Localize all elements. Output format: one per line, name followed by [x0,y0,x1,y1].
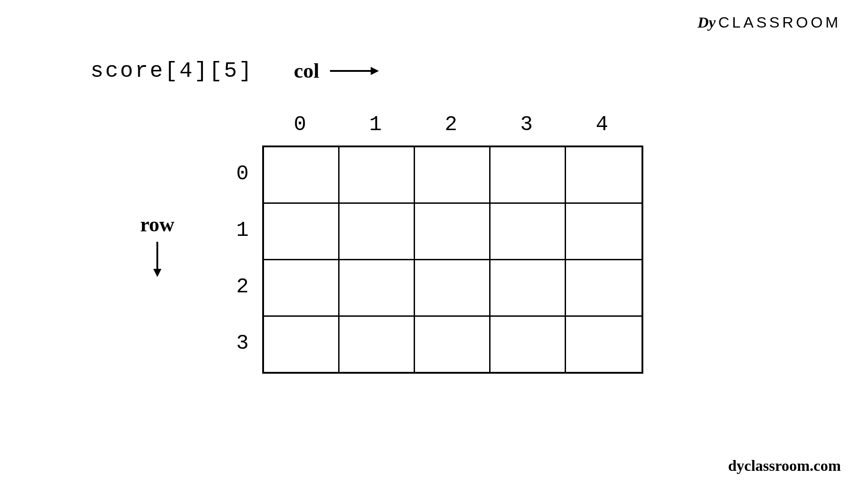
cell [491,204,566,259]
cell [566,147,642,202]
col-header: 2 [413,113,489,145]
row-label-text: row [140,212,175,236]
arrow-down-icon [151,241,164,277]
col-header: 3 [489,113,564,145]
grid-row [264,204,642,260]
grid-row [264,317,642,372]
grid-body: 0 1 2 3 [226,145,643,374]
logo-icon: Dy [698,14,716,31]
cell [340,147,415,202]
cell [415,147,491,202]
cell [491,317,566,372]
brand-logo: Dy CLASSROOM [698,14,841,31]
cell [491,260,566,315]
array-declaration: score[4][5] [90,59,254,83]
svg-marker-3 [153,269,161,277]
cell [415,260,491,315]
grid-cells [262,145,643,374]
row-header: 1 [226,202,262,258]
cell [264,317,340,372]
array-grid: 0 1 2 3 4 0 1 2 3 [226,113,643,374]
cell [340,317,415,372]
row-header: 0 [226,145,262,202]
cell [264,147,340,202]
cell [340,260,415,315]
col-header: 0 [262,113,338,145]
cell [264,204,340,259]
column-headers-row: 0 1 2 3 4 [262,113,643,145]
row-headers-col: 0 1 2 3 [226,145,262,374]
logo-text: CLASSROOM [718,14,841,31]
cell [566,317,642,372]
cell [415,317,491,372]
cell [415,204,491,259]
col-header: 1 [338,113,413,145]
col-axis-label: col [294,59,379,83]
row-header: 3 [226,315,262,371]
col-label-text: col [294,59,319,83]
cell [340,204,415,259]
footer-url: dyclassroom.com [728,457,841,474]
row-axis-label: row [140,212,175,277]
cell [491,147,566,202]
svg-marker-1 [371,67,379,75]
cell [566,260,642,315]
cell [566,204,642,259]
cell [264,260,340,315]
row-header: 2 [226,258,262,315]
grid-row [264,260,642,317]
arrow-right-icon [329,64,379,78]
col-header: 4 [564,113,640,145]
grid-row [264,147,642,204]
